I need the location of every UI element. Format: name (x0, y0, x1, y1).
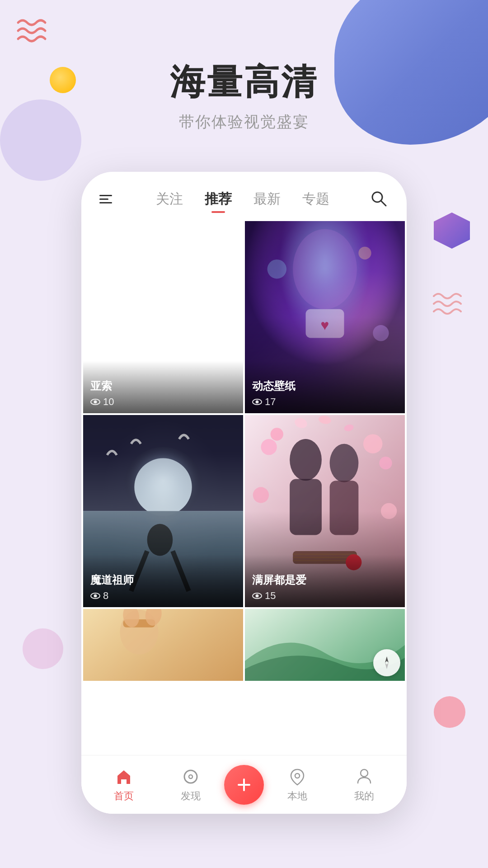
item-views-yasuo: 10 (90, 396, 236, 408)
tab-latest[interactable]: 最新 (253, 188, 281, 210)
hero-title: 海量高清 (0, 59, 488, 106)
item-label-cherry: 满屏都是爱 15 (245, 555, 405, 607)
svg-rect-40 (83, 609, 243, 681)
item-title-yasuo: 亚索 (90, 379, 236, 393)
profile-icon (354, 767, 374, 787)
bg-circle-pink-md (434, 696, 465, 728)
tab-topic[interactable]: 专题 (302, 188, 329, 210)
nav-discover[interactable]: 发现 (157, 767, 224, 803)
hero-subtitle: 带你体验视觉盛宴 (0, 112, 488, 132)
svg-point-49 (189, 775, 192, 778)
tab-items: 关注 推荐 最新 专题 (121, 188, 364, 210)
nav-local-label: 本地 (287, 789, 307, 803)
bg-hexagon (434, 212, 474, 253)
svg-marker-46 (385, 656, 389, 663)
item-label-yasuo: 亚索 10 (83, 361, 243, 413)
add-button[interactable] (224, 765, 264, 805)
svg-marker-47 (385, 663, 389, 669)
eye-icon (90, 399, 100, 405)
bg-circle-pink-sm (23, 628, 63, 669)
item-views-mdzs: 8 (90, 590, 236, 602)
grid-item-yasuo[interactable]: 亚索 10 (83, 221, 243, 413)
nav-discover-label: 发现 (181, 789, 201, 803)
nav-add[interactable] (224, 765, 264, 805)
nav-tabs: 关注 推荐 最新 专题 (81, 172, 407, 219)
item-title-mdzs: 魔道祖师 (90, 573, 236, 587)
nav-home[interactable]: 首页 (90, 767, 157, 803)
bg-wave-right (429, 289, 474, 318)
svg-point-53 (361, 769, 368, 777)
grid-item-cherry[interactable]: 满屏都是爱 15 (245, 415, 405, 607)
phone-mockup: 关注 推荐 最新 专题 (81, 172, 407, 814)
nav-profile[interactable]: 我的 (331, 767, 398, 803)
compass-icon (373, 649, 400, 676)
item-label-mdzs: 魔道祖师 8 (83, 555, 243, 607)
eye-icon-2 (252, 399, 262, 405)
nav-profile-label: 我的 (354, 789, 374, 803)
bottom-nav: 首页 发现 (81, 755, 407, 814)
item-title-anime: 动态壁纸 (252, 379, 398, 393)
search-button[interactable] (369, 189, 389, 210)
eye-icon-4 (252, 593, 262, 599)
hero-section: 海量高清 带你体验视觉盛宴 (0, 59, 488, 132)
svg-point-52 (295, 774, 300, 778)
tab-follow[interactable]: 关注 (156, 188, 183, 210)
content-grid: 亚索 10 (81, 219, 407, 683)
home-icon (114, 767, 134, 787)
item-title-cherry: 满屏都是爱 (252, 573, 398, 587)
grid-item-partial2[interactable] (245, 609, 405, 681)
svg-point-48 (184, 770, 197, 783)
discover-icon (181, 767, 201, 787)
item-views-anime: 17 (252, 396, 398, 408)
grid-item-mdzs[interactable]: 魔道祖师 8 (83, 415, 243, 607)
hamburger-menu[interactable] (99, 195, 112, 203)
item-label-anime: 动态壁纸 17 (245, 361, 405, 413)
svg-line-1 (381, 201, 386, 206)
eye-icon-3 (90, 593, 100, 599)
location-icon (287, 767, 307, 787)
grid-item-anime[interactable]: ♥ 动态壁纸 17 (245, 221, 405, 413)
item-views-cherry: 15 (252, 590, 398, 602)
tab-recommend[interactable]: 推荐 (205, 188, 232, 210)
nav-local[interactable]: 本地 (264, 767, 331, 803)
bg-wave-top (14, 14, 68, 47)
nav-home-label: 首页 (114, 789, 134, 803)
grid-item-partial1[interactable] (83, 609, 243, 681)
